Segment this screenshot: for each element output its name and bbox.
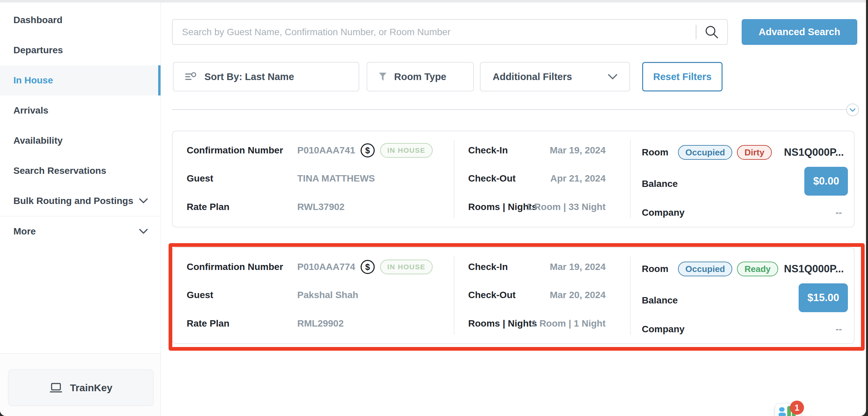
check-out-date: Mar 20, 2024: [508, 287, 606, 303]
confirmation-label: Confirmation Number: [187, 143, 283, 158]
room-status-pills: Occupied Ready: [678, 261, 778, 277]
sidebar-item-in-house[interactable]: In House: [0, 65, 160, 95]
company-value: --: [836, 322, 842, 337]
sidebar-item-search-reservations[interactable]: Search Reservations: [0, 156, 160, 186]
sidebar-item-dashboard[interactable]: Dashboard: [0, 5, 160, 35]
sort-icon: [185, 72, 196, 81]
dollar-icon[interactable]: $: [361, 143, 375, 157]
sidebar-item-arrivals[interactable]: Arrivals: [0, 95, 160, 126]
check-in-label: Check-In: [468, 143, 508, 158]
expand-icon: [849, 108, 856, 112]
company-value: --: [836, 205, 842, 220]
confirmation-number: P010AAA741: [297, 145, 355, 156]
rate-plan-label: Rate Plan: [187, 316, 229, 331]
room-number: NS1Q000P...: [784, 261, 844, 277]
sidebar-item-label: Bulk Routing and Postings: [13, 196, 133, 206]
balance-button[interactable]: $0.00: [804, 167, 848, 196]
guest-label: Guest: [187, 287, 213, 303]
sidebar-item-label: In House: [13, 75, 53, 86]
sidebar-item-bulk-routing[interactable]: Bulk Routing and Postings: [0, 186, 160, 216]
trainkey-button[interactable]: TrainKey: [8, 370, 154, 406]
occupied-badge: Occupied: [678, 262, 732, 276]
room-status-pills: Occupied Dirty: [678, 145, 772, 160]
active-indicator: [158, 65, 160, 95]
company-label: Company: [642, 322, 685, 337]
sidebar-item-more[interactable]: More: [0, 216, 160, 247]
ready-badge: Ready: [737, 262, 778, 276]
sidebar-item-label: Dashboard: [13, 15, 62, 26]
dirty-badge: Dirty: [737, 145, 772, 160]
confirmation-label: Confirmation Number: [187, 259, 283, 275]
guest-name: TINA MATTHEWS: [297, 171, 375, 186]
rate-plan-value: RWL37902: [297, 199, 344, 215]
results-divider: [172, 109, 846, 110]
advanced-search-button[interactable]: Advanced Search: [742, 19, 857, 45]
check-in-label: Check-In: [468, 259, 508, 275]
reset-filters-label: Reset Filters: [653, 71, 712, 83]
confirmation-value-group: P010AAA774 $ IN HOUSE: [297, 259, 433, 275]
company-label: Company: [642, 205, 685, 220]
sidebar: Dashboard Departures In House Arrivals A…: [0, 2, 161, 416]
confirmation-value-group: P010AAA741 $ IN HOUSE: [297, 143, 433, 158]
rooms-nights-value: 1 Room | 33 Night: [508, 199, 606, 215]
check-out-date: Apr 21, 2024: [508, 171, 606, 186]
in-house-badge: IN HOUSE: [380, 260, 433, 274]
balance-button[interactable]: $15.00: [799, 283, 848, 312]
sidebar-item-label: Arrivals: [13, 105, 48, 116]
sidebar-item-availability[interactable]: Availability: [0, 126, 160, 156]
guest-label: Guest: [187, 171, 213, 186]
additional-filters-dropdown[interactable]: Additional Filters: [480, 62, 630, 91]
sidebar-item-label: Availability: [13, 135, 63, 146]
confirmation-number: P010AAA774: [297, 262, 355, 272]
expand-toggle[interactable]: [846, 103, 859, 116]
chevron-down-icon: [608, 74, 617, 80]
rate-plan-label: Rate Plan: [187, 199, 229, 215]
balance-label: Balance: [642, 293, 678, 308]
laptop-icon: [49, 383, 63, 393]
notification-badge[interactable]: 1: [790, 401, 804, 415]
app-window: Dashboard Departures In House Arrivals A…: [0, 0, 866, 416]
trainkey-label: TrainKey: [70, 382, 113, 393]
in-house-badge: IN HOUSE: [380, 143, 433, 158]
room-label: Room: [642, 145, 668, 160]
card-column-divider: [630, 140, 631, 218]
search-input[interactable]: [172, 19, 728, 45]
sidebar-item-label: More: [13, 226, 36, 237]
sidebar-nav: Dashboard Departures In House Arrivals A…: [0, 5, 160, 247]
occupied-badge: Occupied: [678, 145, 732, 160]
sort-by-label: Sort By: Last Name: [205, 71, 294, 83]
card-column-divider: [630, 257, 631, 334]
sort-by-dropdown[interactable]: Sort By: Last Name: [173, 62, 359, 91]
sidebar-footer: TrainKey: [0, 353, 160, 416]
balance-label: Balance: [642, 176, 678, 192]
guest-name: Pakshal Shah: [297, 287, 358, 303]
room-number: NS1Q000P...: [784, 145, 844, 160]
reservation-card[interactable]: Confirmation Number P010AAA741 $ IN HOUS…: [172, 131, 855, 227]
chevron-down-icon: [139, 229, 148, 234]
reset-filters-button[interactable]: Reset Filters: [642, 62, 722, 91]
filter-icon: [379, 72, 387, 81]
additional-filters-label: Additional Filters: [493, 71, 572, 83]
sidebar-item-departures[interactable]: Departures: [0, 35, 160, 65]
check-in-date: Mar 19, 2024: [508, 259, 606, 275]
card-column-divider: [454, 257, 455, 334]
top-strip: [0, 0, 866, 2]
reservation-card[interactable]: Confirmation Number P010AAA774 $ IN HOUS…: [172, 247, 855, 344]
room-type-label: Room Type: [394, 71, 446, 83]
search-separator: [696, 25, 696, 39]
card-column-divider: [454, 140, 455, 218]
sidebar-item-label: Departures: [13, 45, 63, 56]
rate-plan-value: RML29902: [297, 316, 344, 331]
search-icon[interactable]: [704, 25, 719, 40]
room-type-dropdown[interactable]: Room Type: [367, 62, 474, 91]
rooms-nights-value: 1 Room | 1 Night: [508, 316, 606, 331]
check-in-date: Mar 19, 2024: [508, 143, 606, 158]
dollar-icon[interactable]: $: [361, 260, 375, 274]
room-label: Room: [642, 261, 668, 277]
sidebar-item-label: Search Reservations: [13, 165, 106, 176]
chevron-down-icon: [139, 198, 148, 204]
